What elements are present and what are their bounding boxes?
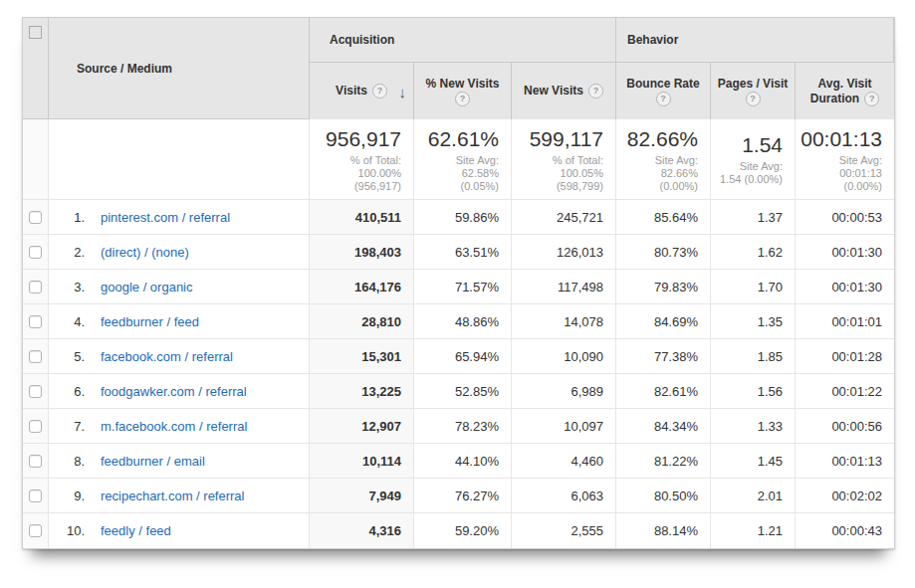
pages-cell: 1.62 <box>711 235 796 270</box>
bounce-cell: 77.38% <box>616 339 711 374</box>
summary-checkbox-spacer <box>23 119 49 200</box>
pct-new-visits-label: % New Visits <box>426 77 500 92</box>
source-link[interactable]: feedburner / email <box>101 454 205 469</box>
row-checkbox-cell <box>23 235 49 270</box>
help-icon[interactable]: ? <box>455 92 470 106</box>
summary-visits: 956,917 % of Total: 100.00% (956,917) <box>310 119 414 200</box>
source-cell: 6.foodgawker.com / referral <box>49 374 310 409</box>
row-checkbox[interactable] <box>29 490 42 502</box>
bounce-cell: 79.83% <box>616 270 711 304</box>
group-header-behavior: Behavior <box>616 18 894 63</box>
new-visits-cell: 6,063 <box>512 479 616 513</box>
duration-cell: 00:01:30 <box>796 235 894 270</box>
source-link[interactable]: feedly / feed <box>101 523 171 538</box>
row-checkbox-cell <box>23 444 49 479</box>
row-checkbox[interactable] <box>29 420 42 433</box>
select-all-cell <box>23 18 49 119</box>
group-header-acquisition: Acquisition <box>310 18 616 63</box>
bounce-cell: 81.22% <box>616 444 711 479</box>
row-checkbox-cell <box>23 270 49 304</box>
summary-new-visits-value: 599,117 <box>530 126 603 152</box>
row-checkbox[interactable] <box>29 385 42 398</box>
pages-cell: 1.70 <box>711 270 796 304</box>
row-checkbox[interactable] <box>29 455 42 468</box>
row-rank: 5. <box>59 349 85 364</box>
source-link[interactable]: recipechart.com / referral <box>101 489 245 503</box>
pct-new-cell: 59.20% <box>414 513 512 548</box>
column-header-pages-visit[interactable]: Pages / Visit ? <box>711 63 796 119</box>
row-checkbox-cell <box>23 304 49 339</box>
source-link[interactable]: feedburner / feed <box>101 314 199 329</box>
source-medium-label: Source / Medium <box>77 62 172 76</box>
column-header-bounce-rate[interactable]: Bounce Rate ? <box>616 63 711 119</box>
source-cell: 1.pinterest.com / referral <box>49 200 310 235</box>
source-link[interactable]: google / organic <box>101 280 193 294</box>
row-rank: 4. <box>59 314 85 329</box>
summary-duration-value: 00:01:13 <box>801 126 882 152</box>
pct-new-cell: 48.86% <box>414 304 512 339</box>
duration-cell: 00:00:53 <box>796 200 894 235</box>
source-cell: 10.feedly / feed <box>49 513 310 548</box>
row-checkbox[interactable] <box>29 281 42 294</box>
duration-cell: 00:01:01 <box>796 304 894 339</box>
source-link[interactable]: foodgawker.com / referral <box>101 384 247 399</box>
pages-visit-label: Pages / Visit <box>718 77 788 92</box>
source-cell: 4.feedburner / feed <box>49 304 310 339</box>
visits-cell: 13,225 <box>310 374 414 409</box>
source-link[interactable]: (direct) / (none) <box>101 245 189 260</box>
new-visits-cell: 10,097 <box>512 409 616 444</box>
help-icon[interactable]: ? <box>864 92 879 106</box>
source-cell: 5.facebook.com / referral <box>49 339 310 374</box>
visits-cell: 164,176 <box>310 270 414 304</box>
visits-label: Visits <box>336 84 367 98</box>
help-icon[interactable]: ? <box>588 84 603 98</box>
pages-cell: 1.21 <box>711 513 796 548</box>
row-rank: 7. <box>59 419 85 434</box>
pct-new-cell: 78.23% <box>414 409 512 444</box>
new-visits-cell: 2,555 <box>512 513 616 548</box>
new-visits-cell: 6,989 <box>512 374 616 409</box>
pages-cell: 1.37 <box>711 200 796 235</box>
pages-cell: 1.85 <box>711 339 796 374</box>
source-cell: 3.google / organic <box>49 270 310 304</box>
summary-new-visits: 599,117 % of Total: 100.05% (598,799) <box>512 119 616 200</box>
summary-pages-value: 1.54 <box>742 132 783 158</box>
duration-cell: 00:01:22 <box>796 374 894 409</box>
avg-visit-duration-label: Avg. Visit <box>817 77 871 92</box>
row-checkbox-cell <box>23 479 49 513</box>
column-header-visits[interactable]: Visits? ↓ <box>310 63 414 119</box>
pages-cell: 1.35 <box>711 304 796 339</box>
visits-cell: 4,316 <box>310 513 414 548</box>
help-icon[interactable]: ? <box>656 92 671 106</box>
row-checkbox[interactable] <box>29 524 42 537</box>
select-all-checkbox[interactable] <box>29 26 42 39</box>
row-checkbox[interactable] <box>29 350 42 363</box>
row-checkbox[interactable] <box>29 211 42 224</box>
duration-cell: 00:00:43 <box>796 513 894 548</box>
help-icon[interactable]: ? <box>746 92 761 106</box>
source-link[interactable]: m.facebook.com / referral <box>101 419 247 434</box>
source-link[interactable]: facebook.com / referral <box>101 349 233 364</box>
row-checkbox[interactable] <box>29 246 42 259</box>
new-visits-label: New Visits <box>524 84 583 98</box>
duration-cell: 00:00:56 <box>796 409 894 444</box>
column-header-pct-new-visits[interactable]: % New Visits ? <box>414 63 512 119</box>
column-header-new-visits[interactable]: New Visits? <box>512 63 616 119</box>
summary-pct-new-visits: 62.61% Site Avg: 62.58% (0.05%) <box>414 119 512 200</box>
new-visits-cell: 117,498 <box>512 270 616 304</box>
source-cell: 9.recipechart.com / referral <box>49 479 310 513</box>
visits-cell: 198,403 <box>310 235 414 270</box>
help-icon[interactable]: ? <box>372 84 387 98</box>
acquisition-label: Acquisition <box>330 33 394 47</box>
duration-cell: 00:01:30 <box>796 270 894 304</box>
new-visits-cell: 14,078 <box>512 304 616 339</box>
new-visits-cell: 126,013 <box>512 235 616 270</box>
row-checkbox[interactable] <box>29 315 42 328</box>
summary-avg-duration: 00:01:13 Site Avg: 00:01:13 (0.00%) <box>796 119 894 200</box>
column-header-avg-visit-duration[interactable]: Avg. Visit Duration? <box>796 63 894 119</box>
pct-new-cell: 44.10% <box>414 444 512 479</box>
source-link[interactable]: pinterest.com / referral <box>101 210 230 225</box>
sort-descending-icon[interactable]: ↓ <box>399 83 407 99</box>
column-header-source-medium[interactable]: Source / Medium <box>49 18 310 119</box>
source-cell: 2.(direct) / (none) <box>49 235 310 270</box>
